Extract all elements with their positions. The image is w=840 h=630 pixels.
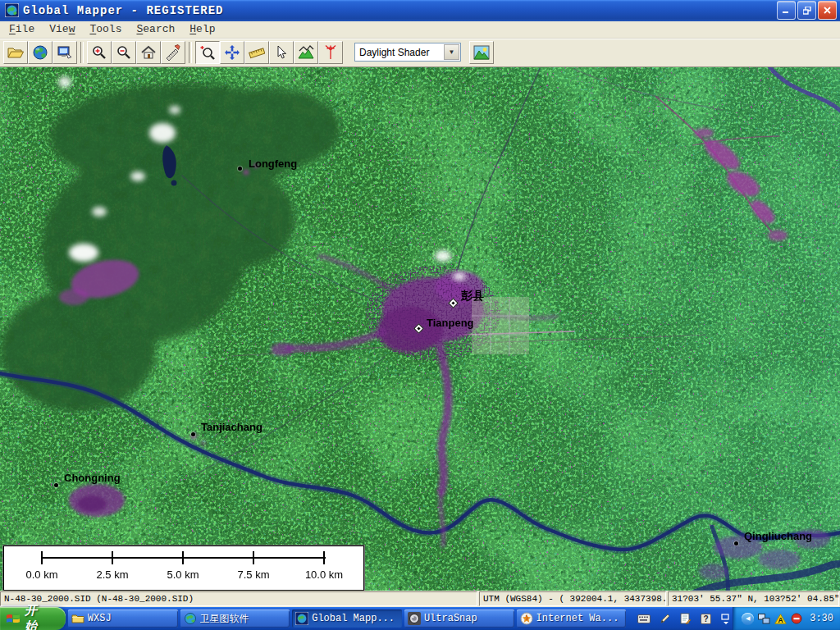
capture-screen-button[interactable] [52,41,77,64]
svg-text:A: A [778,616,783,624]
zoom-out-button[interactable] [112,41,136,64]
taskbar-task-internet[interactable]: Internet Wa... [517,609,627,628]
close-button[interactable] [818,1,837,20]
zoom-in-icon [91,44,107,61]
status-position: 31?03' 55.37" N, 103?52' 04.85" E [668,591,839,606]
open-file-button[interactable] [3,41,28,64]
taskbar-task-wxsj[interactable]: WXSJ [68,609,178,628]
menu-file[interactable]: File [2,22,42,36]
home-icon [140,44,157,61]
tray-collapse-icon[interactable]: ◀ [742,613,754,625]
cursor-arrow-icon [273,44,290,61]
system-tray: ◀ A 3:30 [733,607,840,630]
global-mapper-icon [295,612,308,625]
scale-label: 7.5 km [218,568,289,581]
zoom-tool-button[interactable] [195,41,220,64]
pan-arrows-icon [224,44,240,61]
notepad-pen-icon[interactable] [678,613,692,625]
global-mapper-app-icon [5,3,19,17]
globe-software-icon [184,612,197,625]
taskbar-task-global-mapper[interactable]: Global Mapp... [292,609,402,628]
language-bar: ? [637,613,733,625]
scale-tick [323,551,325,564]
scale-label: 2.5 km [77,568,148,581]
scale-bar-line [42,557,326,559]
minimize-button[interactable] [777,1,796,20]
task-label: Global Mapp... [312,613,395,624]
open-folder-icon [7,44,24,61]
scale-tick [112,551,113,564]
menu-tools[interactable]: Tools [82,22,129,36]
load-online-data-button[interactable] [28,41,52,64]
select-tool-button[interactable] [269,41,294,64]
shader-dropdown[interactable]: Daylight Shader ▼ [354,43,461,62]
start-button[interactable]: 开始 [0,607,66,630]
help-icon[interactable]: ? [699,613,712,625]
task-label: Internet Wa... [536,613,619,624]
keyboard-icon[interactable] [637,613,651,625]
pan-tool-button[interactable] [220,41,244,64]
menu-help[interactable]: Help [182,22,222,36]
digitizer-button[interactable] [161,41,185,64]
taskbar: 开始 WXSJ 卫星图软件 Global Mapp... UltraSnap I… [0,607,840,630]
pen-icon[interactable] [658,613,671,625]
svg-text:?: ? [703,614,708,623]
scale-tick [182,551,184,564]
overlay-control-center-button[interactable] [469,41,494,64]
status-bar: N-48-30_2000.SID (N-48-30_2000.SID) UTM … [0,591,840,607]
zoom-out-icon [116,44,132,61]
view-shed-icon [322,44,339,61]
map-marker-chongning [54,483,58,487]
path-profile-button[interactable] [294,41,318,64]
scale-label: 0.0 km [7,568,77,581]
menu-search[interactable]: Search [129,22,182,36]
screen-export-icon [57,44,73,61]
ruler-pencil-icon [165,44,181,61]
toolbar-separator [80,42,84,63]
task-label: WXSJ [88,613,112,624]
scale-label: 5.0 km [148,568,218,581]
windows-flag-icon [6,612,21,625]
task-label: 卫星图软件 [200,612,249,626]
toolbar: Daylight Shader ▼ [0,39,840,67]
menu-view[interactable]: View [42,22,82,36]
shader-selected-value: Daylight Shader [355,47,443,58]
taskbar-task-ultrasnap[interactable]: UltraSnap [404,609,514,628]
map-marker-longfeng [238,167,242,171]
taskbar-clock[interactable]: 3:30 [810,613,833,624]
taskbar-task-satellite-software[interactable]: 卫星图软件 [180,609,290,628]
language-options-icon[interactable] [719,613,733,625]
dropdown-arrow-icon[interactable]: ▼ [444,44,459,60]
measure-tool-button[interactable] [244,41,269,64]
zoom-tool-icon [199,44,216,61]
scale-bar: 0.0 km 2.5 km 5.0 km 7.5 km 10.0 km [3,546,364,591]
folder-icon [71,612,84,625]
view-shed-button[interactable] [318,41,343,64]
restore-button[interactable] [797,1,816,20]
map-view: Longfeng 彭县 Tianpeng Tanjiachang Chongni… [0,67,840,591]
task-label: UltraSnap [424,613,477,624]
status-projection: UTM (WGS84) - ( 392004.1, 3437398.3 ) [479,591,666,606]
measure-ruler-icon [249,44,265,61]
warning-icon[interactable]: A [774,614,787,624]
overlay-picture-icon [473,44,490,61]
scale-tick [41,551,43,564]
menu-bar: File View Tools Search Help [0,21,840,39]
scale-tick [253,551,254,564]
status-filename: N-48-30_2000.SID (N-48-30_2000.SID) [0,591,477,606]
network-icon[interactable] [758,614,770,624]
start-label: 开始 [25,603,49,630]
path-profile-icon [298,44,314,61]
full-view-button[interactable] [136,41,161,64]
internet-app-icon [520,612,533,625]
toolbar-separator [189,42,192,63]
security-alert-icon[interactable] [791,613,802,624]
camera-lens-icon [408,612,421,625]
global-mapper-window: Global Mapper - REGISTERED File View Too… [0,0,840,630]
title-bar: Global Mapper - REGISTERED [0,0,840,21]
map-marker-tanjiachang [191,432,195,436]
window-title: Global Mapper - REGISTERED [23,4,775,17]
globe-icon [32,44,48,61]
scale-label: 10.0 km [289,568,359,581]
zoom-in-button[interactable] [87,41,112,64]
